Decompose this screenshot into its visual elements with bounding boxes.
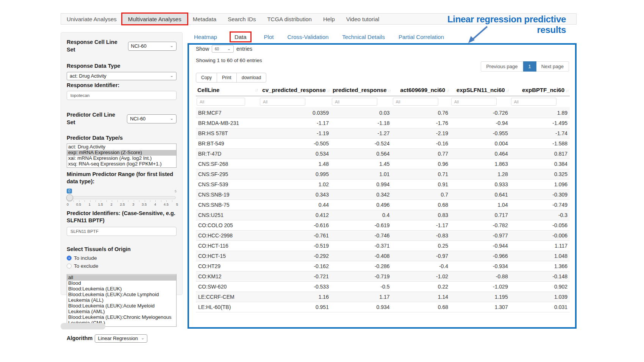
sort-icon[interactable]: ↓↑ [506, 88, 509, 93]
filter-input-cv-predicted-response[interactable] [260, 98, 305, 106]
value-cell: -0.761 [259, 231, 331, 241]
nav-item-tcga-distribution[interactable]: TCGA distribution [261, 14, 317, 24]
nav-item-univariate-analyses[interactable]: Univariate Analyses [61, 14, 122, 24]
filter-input-expbptf-nci60[interactable] [511, 98, 556, 106]
value-cell: 0.933 [450, 179, 510, 190]
radio-label: To exclude [74, 263, 98, 269]
value-cell: 0.496 [331, 200, 392, 210]
value-cell: 0.641 [450, 190, 510, 200]
response-cell-line-set-label: Response Cell Line Set [67, 39, 126, 53]
value-cell: 0.817 [510, 149, 570, 159]
value-cell: 0.995 [259, 169, 331, 179]
slider-tick-4-5: 4.5 [164, 202, 169, 206]
page-1-button[interactable]: 1 [523, 61, 536, 72]
slider-track[interactable] [67, 196, 176, 199]
sort-icon[interactable]: ↓↑ [255, 87, 258, 92]
column-header-cv-predicted-response[interactable]: cv_predicted_response↓↑ [259, 84, 331, 96]
algorithm-select[interactable]: Linear Regression ⌄ [95, 334, 147, 343]
table-row: CNS:U2510.4120.40.830.717-0.3 [196, 210, 570, 220]
listbox-option-act-drug-activity[interactable]: act: Drug Activity [67, 144, 176, 150]
result-tabs: HeatmapDataPlotCross-ValidationTechnical… [194, 33, 444, 41]
next-page-button[interactable]: Next page [536, 61, 569, 72]
results-table: CellLine↓↑cv_predicted_response↓↑predict… [196, 84, 570, 312]
cellline-cell: BR:HS 578T [196, 128, 259, 139]
listbox-option-blood-leukemia-leuk-acute-lymphoid-leukemia-all[interactable]: Blood:Leukemia (LEUK):Acute Lymphoid Leu… [67, 292, 176, 303]
listbox-option-blood-leukemia-leuk[interactable]: Blood:Leukemia (LEUK) [67, 286, 176, 292]
listbox-option-exp-mrna-expression-z-score[interactable]: exp: mRNA Expression (Z-Score) [67, 150, 176, 156]
previous-page-button[interactable]: Previous page [481, 61, 523, 72]
column-header-expslfn11-nci60[interactable]: expSLFN11_nci60↓↑ [450, 84, 510, 96]
value-cell: -0.16 [392, 139, 451, 149]
cellline-cell: BR:BT-549 [196, 139, 259, 149]
copy-button[interactable]: Copy [196, 73, 217, 83]
tab-data[interactable]: Data [231, 33, 250, 41]
filter-input-act609699-nci60[interactable] [393, 98, 438, 106]
predictor-identifiers-input[interactable] [67, 227, 177, 236]
slider-tick-1-5: 1.5 [98, 202, 103, 206]
column-header-expbptf-nci60[interactable]: expBPTF_nci60↓↑ [510, 84, 570, 96]
table-row: CO:KM12-0.721-0.719-1.02-0.88-0.148 [196, 272, 570, 282]
response-data-type-select[interactable]: act: Drug Activity ⌄ [67, 72, 177, 80]
response-identifier-label: Response Identifier: [67, 82, 177, 89]
column-header-predicted-response[interactable]: predicted_response↓↑ [331, 84, 392, 96]
sort-icon[interactable]: ↓↑ [446, 88, 449, 93]
value-cell: -0.94 [450, 118, 510, 128]
value-cell: 0.994 [331, 179, 392, 190]
sort-icon[interactable]: ↓↑ [327, 88, 330, 93]
column-header-cellline[interactable]: CellLine↓↑ [196, 84, 259, 96]
value-cell: 0.91 [392, 179, 451, 190]
download-button[interactable]: download [236, 73, 266, 83]
min-predictor-range-slider[interactable]: 0 5 00.511.522.533.544.55 [67, 189, 177, 206]
slider-max-label: 5 [175, 189, 177, 193]
value-cell: 0.25 [392, 241, 451, 251]
tab-heatmap[interactable]: Heatmap [194, 34, 217, 40]
response-cell-line-set-select[interactable]: NCI-60 ⌄ [128, 42, 177, 51]
value-cell: 0.76 [392, 108, 451, 118]
listbox-option-all[interactable]: all [67, 275, 176, 281]
sort-icon[interactable]: ↓↑ [566, 88, 568, 93]
value-cell: -0.721 [259, 272, 331, 282]
filter-input-cellline[interactable] [197, 98, 245, 106]
value-cell: 0.412 [259, 210, 331, 220]
print-button[interactable]: Print [217, 73, 237, 83]
value-cell: 0.564 [331, 149, 392, 159]
entries-select[interactable]: 60 ⌄ [212, 45, 234, 53]
slider-tick-2-5: 2.5 [120, 202, 125, 206]
predictor-cell-line-set-select[interactable]: NCI-60 ⌄ [127, 114, 177, 123]
value-cell: -1.76 [392, 118, 451, 128]
algorithm-label: Algorithm [67, 335, 92, 342]
filter-cell-cellline [196, 96, 259, 108]
listbox-option-blood-leukemia-leuk-acute-myeloid-leukemia-aml[interactable]: Blood:Leukemia (LEUK):Acute Myeloid Leuk… [67, 303, 176, 315]
chevron-down-icon: ⌄ [170, 44, 174, 48]
sort-icon[interactable]: ↓↑ [388, 88, 391, 93]
listbox-option-xai-mrna-expression-avg-log2-int[interactable]: xai: mRNA Expression (Avg. log2 Int.) [67, 156, 176, 161]
filter-input-predicted-response[interactable] [332, 98, 377, 106]
chevron-down-icon: ⌄ [170, 117, 174, 121]
predictor-identifiers-label: Predictor Identifiers: (Case-Sensitive, … [67, 210, 177, 225]
response-identifier-input[interactable] [67, 91, 177, 100]
value-cell: -0.782 [450, 220, 510, 231]
cellline-cell: CNS:U251 [196, 210, 259, 220]
value-cell: 0.534 [259, 149, 331, 159]
cellline-cell: CO:HT29 [196, 261, 259, 272]
value-cell: -0.4 [392, 261, 451, 272]
tab-technical-details[interactable]: Technical Details [342, 34, 385, 40]
value-cell: -1.495 [510, 118, 570, 128]
nav-item-video-tutorial[interactable]: Video tutorial [341, 14, 385, 24]
export-button-group: CopyPrintdownload [196, 73, 266, 83]
nav-item-metadata[interactable]: Metadata [187, 14, 222, 24]
tab-plot[interactable]: Plot [264, 34, 274, 40]
value-cell: 0.934 [331, 302, 392, 312]
radio-to-exclude[interactable]: To exclude [67, 263, 177, 269]
nav-item-help[interactable]: Help [317, 14, 341, 24]
nav-item-search-ids[interactable]: Search IDs [222, 14, 261, 24]
listbox-option-xsq-rna-seq-expression-log2-fpkm-1[interactable]: xsq: RNA-seq Expression (log2 FPKM+1.) [67, 161, 176, 167]
value-cell: 0.44 [259, 200, 331, 210]
filter-input-expslfn11-nci60[interactable] [451, 98, 497, 106]
tab-cross-validation[interactable]: Cross-Validation [287, 34, 328, 40]
radio-to-include[interactable]: To include [67, 255, 177, 261]
column-header-act609699-nci60[interactable]: act609699_nci60↓↑ [392, 84, 451, 96]
listbox-option-blood[interactable]: Blood [67, 281, 176, 286]
nav-item-multivariate-analyses[interactable]: Multivariate Analyses [122, 14, 187, 24]
value-cell: -0.3 [510, 210, 570, 220]
